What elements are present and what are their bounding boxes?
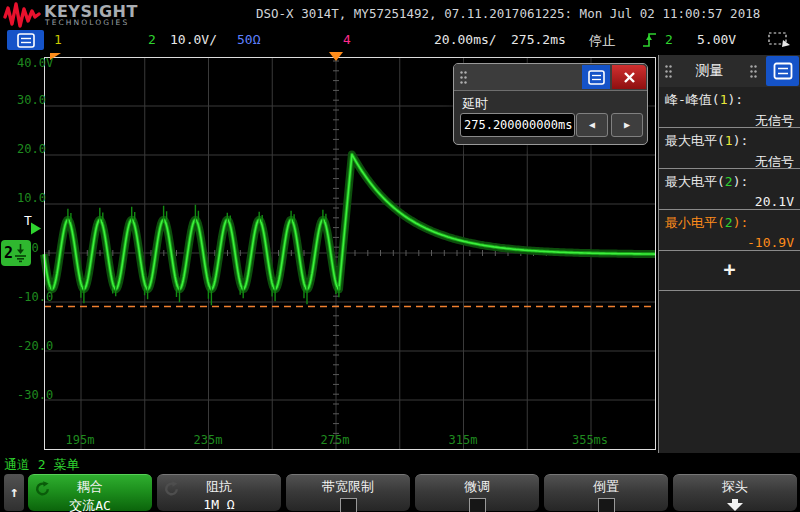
back-button[interactable]: ↑ — [4, 474, 24, 511]
softkey-invert[interactable]: 倒置 — [544, 474, 668, 511]
measurement-row[interactable]: 最大电平(2): 20.1V — [659, 169, 800, 210]
y-axis-label: -20.0 — [17, 339, 53, 353]
x-axis-label: 275m — [321, 433, 350, 447]
measurement-value: 20.1V — [665, 191, 794, 209]
trigger-source[interactable]: 2 — [665, 32, 673, 47]
cycle-icon — [164, 481, 179, 496]
delay-label: 延时 — [462, 95, 488, 113]
cycle-icon — [35, 481, 50, 496]
measurement-menu-button[interactable] — [766, 56, 799, 86]
decrement-button[interactable]: ◀ — [576, 113, 608, 137]
checkbox-unchecked — [598, 498, 615, 512]
softkey-coupling[interactable]: 耦合 交流AC — [28, 474, 152, 511]
y-axis-label: 30.0 — [17, 93, 46, 107]
softkey-menu-title: 通道 2 菜单 — [4, 456, 79, 474]
y-axis-label: 40.0V — [17, 56, 53, 70]
oscilloscope-screen: KEYSIGHT TECHNOLOGIES DSO-X 3014T, MY572… — [0, 0, 800, 512]
x-axis-label: 195m — [66, 433, 95, 447]
delay-dialog: 延时 275.200000000ms ◀ ▶ — [453, 63, 648, 145]
checkbox-unchecked — [469, 498, 486, 512]
ground-icon — [14, 243, 27, 263]
trigger-level-readout[interactable]: 5.00V — [697, 32, 736, 47]
y-axis-label: 20.0 — [17, 142, 46, 156]
submenu-arrow-icon — [724, 499, 746, 512]
menu-icon — [773, 62, 793, 80]
checkbox-unchecked — [340, 498, 357, 512]
menu-icon — [588, 70, 605, 85]
drag-handle-icon[interactable] — [749, 64, 758, 79]
region-select-icon[interactable] — [768, 32, 792, 49]
y-axis-label: -30.0 — [17, 388, 53, 402]
x-axis-label: 315m — [449, 433, 478, 447]
dialog-menu-button[interactable] — [582, 65, 610, 89]
add-measurement-button[interactable]: + — [659, 251, 800, 291]
trigger-level-marker — [31, 223, 41, 235]
y-axis-label: -10.0 — [17, 290, 53, 304]
softkey-probe[interactable]: 探头 — [673, 474, 797, 511]
y-axis-label: 10.0 — [17, 191, 46, 205]
softkey-fine-adjust[interactable]: 微调 — [415, 474, 539, 511]
x-axis-label: 235m — [194, 433, 223, 447]
measurement-panel-title: 测量 — [659, 62, 760, 80]
dialog-close-button[interactable] — [612, 65, 646, 89]
close-icon — [623, 71, 636, 84]
dialog-titlebar[interactable] — [454, 64, 647, 91]
channel2-ground-marker[interactable]: 2 — [1, 240, 31, 266]
measurement-row[interactable]: 峰-峰值(1): 无信号 — [659, 87, 800, 128]
measurement-value: -10.9V — [665, 232, 794, 250]
measurement-row[interactable]: 最大电平(1): 无信号 — [659, 128, 800, 169]
measurement-value: 无信号 — [665, 109, 794, 130]
measurement-row-selected[interactable]: 最小电平(2): -10.9V — [659, 210, 800, 251]
softkey-bandwidth-limit[interactable]: 带宽限制 — [286, 474, 410, 511]
drag-handle-icon[interactable] — [459, 70, 468, 85]
measurement-panel: 测量 峰-峰值(1): 无信号 最大电平(1): 无信号 最大电平(2): 20… — [658, 55, 800, 453]
measurement-value: 无信号 — [665, 150, 794, 171]
x-axis-label: 355ms — [572, 433, 608, 447]
increment-button[interactable]: ▶ — [611, 113, 643, 137]
trigger-level-label: T — [24, 213, 32, 228]
measurement-panel-titlebar[interactable]: 测量 — [659, 55, 800, 87]
softkey-impedance[interactable]: 阻抗 1M Ω — [157, 474, 281, 511]
delay-value-input[interactable]: 275.200000000ms — [460, 113, 575, 137]
